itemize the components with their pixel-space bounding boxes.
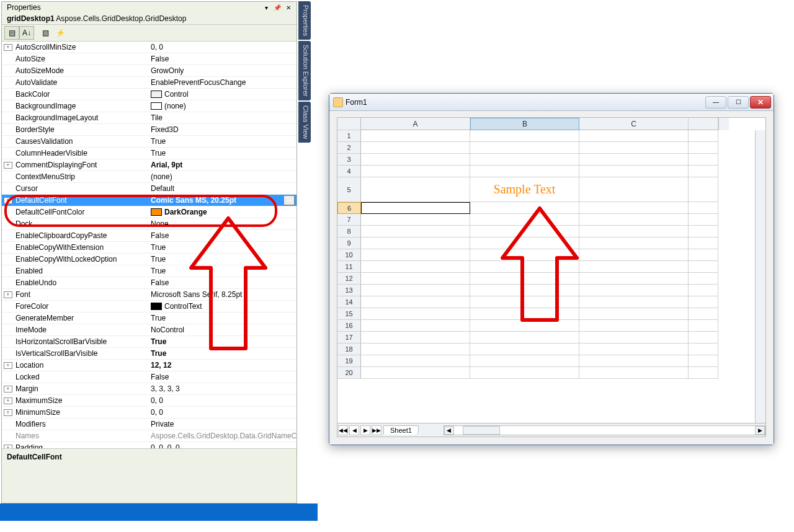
cell[interactable] <box>579 344 689 355</box>
cell[interactable] <box>579 142 689 154</box>
properties-object-selector[interactable]: gridDesktop1 Aspose.Cells.GridDesktop.Gr… <box>2 13 297 25</box>
property-row-Font[interactable]: +FontMicrosoft Sans Serif, 8.25pt <box>2 289 297 301</box>
property-value[interactable]: Microsoft Sans Serif, 8.25pt <box>148 289 297 300</box>
tab-class-view[interactable]: Class View <box>298 102 311 143</box>
row-header[interactable]: 2 <box>337 142 361 154</box>
cell[interactable] <box>470 249 579 261</box>
cell[interactable] <box>689 177 718 202</box>
sheet-nav-button-2[interactable]: ▶ <box>360 425 370 435</box>
cell[interactable] <box>689 202 718 214</box>
property-row-Location[interactable]: +Location12, 12 <box>2 360 297 371</box>
property-value[interactable]: NoControl <box>148 324 297 335</box>
property-value[interactable]: 0, 0 <box>148 407 297 418</box>
property-value[interactable]: 3, 3, 3, 3 <box>148 383 297 394</box>
cell[interactable] <box>689 214 718 226</box>
property-row-EnableCopyWithLockedOption[interactable]: EnableCopyWithLockedOptionTrue <box>2 254 297 265</box>
row-header[interactable]: 6 <box>337 202 361 214</box>
cell[interactable] <box>689 296 718 308</box>
row-header[interactable]: 3 <box>337 154 361 166</box>
expand-icon[interactable]: + <box>4 445 12 448</box>
property-row-Enabled[interactable]: EnabledTrue <box>2 265 297 277</box>
cell[interactable] <box>470 154 579 166</box>
property-value[interactable]: False <box>148 371 297 383</box>
property-value[interactable]: Aspose.Cells.GridDesktop.Data.GridNameC <box>148 430 297 441</box>
close-icon[interactable]: ✕ <box>283 3 294 12</box>
cell[interactable] <box>579 202 689 214</box>
cell[interactable] <box>579 355 689 367</box>
cell[interactable] <box>689 320 718 332</box>
cell[interactable] <box>470 355 579 367</box>
property-value[interactable]: Comic Sans MS, 20.25pt… <box>148 195 297 206</box>
expand-icon[interactable]: + <box>4 397 12 404</box>
cell[interactable] <box>470 344 579 355</box>
cell[interactable] <box>470 332 579 344</box>
row-header[interactable]: 13 <box>337 285 361 296</box>
cell[interactable] <box>361 130 470 142</box>
property-value[interactable]: EnablePreventFocusChange <box>148 77 297 88</box>
property-row-CommentDisplayingFont[interactable]: +CommentDisplayingFontArial, 9pt <box>2 159 297 171</box>
scroll-left-icon[interactable]: ◀ <box>444 426 454 435</box>
cell[interactable] <box>361 202 470 214</box>
property-row-BackColor[interactable]: BackColorControl <box>2 89 297 100</box>
cell[interactable] <box>361 285 470 296</box>
property-row-BackgroundImage[interactable]: BackgroundImage(none) <box>2 100 297 112</box>
expand-icon[interactable]: + <box>4 162 12 169</box>
column-header-A[interactable]: A <box>361 118 470 130</box>
cell[interactable] <box>579 154 689 166</box>
property-row-CausesValidation[interactable]: CausesValidationTrue <box>2 136 297 148</box>
close-button[interactable]: ✕ <box>750 96 771 109</box>
property-value[interactable]: False <box>148 230 297 241</box>
property-value[interactable]: Private <box>148 419 297 430</box>
row-header[interactable]: 19 <box>337 355 361 367</box>
property-row-MaximumSize[interactable]: +MaximumSize0, 0 <box>2 395 297 407</box>
property-value[interactable]: 0, 0, 0, 0 <box>148 442 297 448</box>
cell[interactable] <box>361 166 470 177</box>
property-row-EnableUndo[interactable]: EnableUndoFalse <box>2 277 297 289</box>
cell[interactable] <box>689 249 718 261</box>
scroll-thumb[interactable] <box>463 426 500 435</box>
properties-grid[interactable]: +AutoScrollMinSize0, 0AutoSizeFalseAutoS… <box>2 42 297 448</box>
cell[interactable] <box>689 142 718 154</box>
property-row-Names[interactable]: NamesAspose.Cells.GridDesktop.Data.GridN… <box>2 430 297 442</box>
cell[interactable] <box>689 237 718 249</box>
expand-icon[interactable]: + <box>4 362 12 369</box>
expand-icon[interactable]: + <box>4 44 12 51</box>
sheet-nav-button-3[interactable]: ▶▶ <box>372 425 381 435</box>
spreadsheet-grid[interactable]: ABC12345Sample Text678910111213141516171… <box>337 117 766 437</box>
maximize-button[interactable]: ☐ <box>728 96 749 109</box>
tab-properties[interactable]: Properties <box>298 1 311 40</box>
property-row-IsVerticalScrollBarVisible[interactable]: IsVerticalScrollBarVisibleTrue <box>2 348 297 360</box>
property-value[interactable]: ControlText <box>148 301 297 312</box>
property-row-Margin[interactable]: +Margin3, 3, 3, 3 <box>2 383 297 395</box>
row-header[interactable]: 18 <box>337 344 361 355</box>
property-value[interactable]: Default <box>148 183 297 194</box>
cell[interactable] <box>689 273 718 285</box>
cell[interactable] <box>361 154 470 166</box>
property-value[interactable]: False <box>148 53 297 64</box>
cell[interactable] <box>361 214 470 226</box>
row-header[interactable]: 14 <box>337 296 361 308</box>
property-row-MinimumSize[interactable]: +MinimumSize0, 0 <box>2 407 297 419</box>
row-header[interactable]: 16 <box>337 320 361 332</box>
cell[interactable] <box>579 285 689 296</box>
row-header[interactable]: 12 <box>337 273 361 285</box>
cell[interactable] <box>579 273 689 285</box>
cell[interactable] <box>470 130 579 142</box>
property-row-DefaultCellFont[interactable]: +DefaultCellFontComic Sans MS, 20.25pt… <box>2 195 297 206</box>
property-row-ForeColor[interactable]: ForeColorControlText <box>2 301 297 313</box>
properties-pages-button[interactable]: ▧ <box>38 26 53 40</box>
cell[interactable] <box>470 214 579 226</box>
row-header[interactable]: 8 <box>337 226 361 237</box>
alphabetical-button[interactable]: A↓ <box>19 26 34 40</box>
cell[interactable]: Sample Text <box>470 177 579 202</box>
cell[interactable] <box>361 142 470 154</box>
cell[interactable] <box>361 355 470 367</box>
form1-titlebar[interactable]: Form1 — ☐ ✕ <box>329 94 774 111</box>
vertical-scrollbar-track[interactable] <box>755 130 765 423</box>
cell[interactable] <box>689 226 718 237</box>
property-row-Cursor[interactable]: CursorDefault <box>2 183 297 195</box>
cell[interactable] <box>361 237 470 249</box>
cell[interactable] <box>470 320 579 332</box>
cell[interactable] <box>361 261 470 273</box>
row-header[interactable]: 4 <box>337 166 361 177</box>
